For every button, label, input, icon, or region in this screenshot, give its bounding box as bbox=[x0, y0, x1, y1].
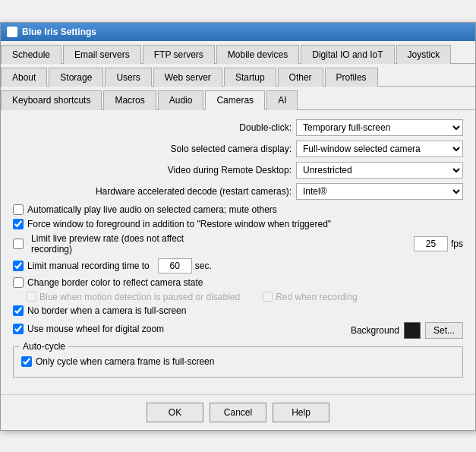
only-cycle-label: Only cycle when camera frame is full-scr… bbox=[36, 356, 214, 367]
double-click-label: Double-click: bbox=[239, 122, 296, 133]
no-border-checkbox[interactable] bbox=[13, 305, 24, 316]
hardware-label: Hardware accelerated decode (restart cam… bbox=[96, 186, 296, 197]
sec-input[interactable] bbox=[158, 258, 192, 273]
tab-about[interactable]: About bbox=[1, 68, 47, 87]
solo-select[interactable]: Full-window selected camera bbox=[296, 141, 463, 157]
double-click-select[interactable]: Temporary full-screen bbox=[296, 119, 463, 136]
bottom-buttons: OK Cancel Help bbox=[1, 394, 475, 430]
red-recording-label: Red when recording bbox=[276, 292, 357, 302]
tab-content: Double-click: Temporary full-screen Solo… bbox=[1, 110, 475, 387]
force-window-row: Force window to foreground in addition t… bbox=[13, 219, 463, 229]
solo-label: Solo selected camera display: bbox=[171, 144, 296, 154]
red-recording-checkbox bbox=[263, 292, 273, 302]
double-click-row: Double-click: Temporary full-screen bbox=[13, 119, 463, 136]
tab-joystick[interactable]: Joystick bbox=[396, 45, 452, 64]
tab-digital-io[interactable]: Digital IO and IoT bbox=[301, 45, 394, 64]
limit-preview-row: Limit live preview rate (does not affect… bbox=[13, 233, 463, 254]
help-button[interactable]: Help bbox=[273, 403, 329, 422]
no-border-row: No border when a camera is full-screen bbox=[13, 305, 463, 316]
tab-storage[interactable]: Storage bbox=[49, 68, 103, 87]
change-border-label: Change border color to reflect camera st… bbox=[27, 277, 203, 288]
tab-keyboard-shortcuts[interactable]: Keyboard shortcuts bbox=[1, 90, 102, 110]
tab-mobile-devices[interactable]: Mobile devices bbox=[216, 45, 299, 64]
mouse-wheel-label: Use mouse wheel for digital zoom bbox=[27, 324, 164, 334]
video-label: Video during Remote Desktop: bbox=[168, 165, 296, 175]
tab-audio[interactable]: Audio bbox=[158, 90, 204, 110]
tab-profiles[interactable]: Profiles bbox=[325, 68, 378, 87]
fps-input[interactable] bbox=[414, 236, 448, 251]
tabs-row-3: Keyboard shortcuts Macros Audio Cameras … bbox=[1, 87, 475, 110]
auto-play-label: Automatically play live audio on selecte… bbox=[27, 204, 277, 215]
limit-manual-label: Limit manual recording time to bbox=[27, 261, 150, 271]
limit-preview-text: Limit live preview rate (does not affect… bbox=[31, 233, 219, 254]
tab-email-servers[interactable]: Email servers bbox=[63, 45, 141, 64]
tab-other[interactable]: Other bbox=[278, 68, 323, 87]
red-recording-span: Red when recording bbox=[263, 292, 357, 302]
solo-control: Full-window selected camera bbox=[296, 141, 463, 157]
ok-button[interactable]: OK bbox=[147, 403, 203, 422]
app-icon bbox=[7, 27, 17, 37]
video-select[interactable]: Unrestricted bbox=[296, 162, 463, 179]
double-click-control: Temporary full-screen bbox=[296, 119, 463, 136]
tab-macros[interactable]: Macros bbox=[103, 90, 156, 110]
force-window-checkbox[interactable] bbox=[13, 219, 24, 229]
auto-play-row: Automatically play live audio on selecte… bbox=[13, 204, 463, 215]
cancel-button[interactable]: Cancel bbox=[210, 403, 266, 422]
set-button[interactable]: Set... bbox=[425, 322, 463, 339]
video-row: Video during Remote Desktop: Unrestricte… bbox=[13, 162, 463, 179]
fps-label: fps bbox=[451, 239, 463, 249]
title-bar: Blue Iris Settings bbox=[1, 23, 475, 41]
blue-motion-span: Blue when motion detection is paused or … bbox=[27, 292, 240, 302]
auto-cycle-legend: Auto-cycle bbox=[20, 341, 68, 352]
video-control: Unrestricted bbox=[296, 162, 463, 179]
settings-window: Blue Iris Settings Schedule Email server… bbox=[0, 22, 476, 431]
mouse-wheel-checkbox[interactable] bbox=[13, 324, 24, 334]
tab-startup[interactable]: Startup bbox=[224, 68, 276, 87]
sec-input-group: sec. bbox=[158, 258, 212, 273]
tab-cameras[interactable]: Cameras bbox=[205, 90, 265, 110]
limit-preview-checkbox[interactable] bbox=[13, 239, 24, 249]
limit-manual-checkbox[interactable] bbox=[13, 261, 24, 271]
force-window-label: Force window to foreground in addition t… bbox=[27, 219, 331, 229]
solo-row: Solo selected camera display: Full-windo… bbox=[13, 141, 463, 157]
auto-play-checkbox[interactable] bbox=[13, 204, 24, 215]
change-border-row: Change border color to reflect camera st… bbox=[13, 277, 463, 288]
tabs-row-1: Schedule Email servers FTP servers Mobil… bbox=[1, 41, 475, 64]
sec-label: sec. bbox=[195, 261, 212, 271]
no-border-label: No border when a camera is full-screen bbox=[27, 305, 186, 316]
fps-input-group: fps bbox=[414, 236, 463, 251]
blue-motion-checkbox bbox=[27, 292, 36, 302]
tab-web-server[interactable]: Web server bbox=[153, 68, 222, 87]
blue-motion-label: Blue when motion detection is paused or … bbox=[39, 292, 240, 302]
hardware-select[interactable]: Intel® bbox=[296, 183, 463, 200]
only-cycle-checkbox[interactable] bbox=[21, 356, 32, 367]
hardware-control: Intel® bbox=[296, 183, 463, 200]
auto-cycle-section: Auto-cycle Only cycle when camera frame … bbox=[13, 346, 463, 378]
tabs-row-2: About Storage Users Web server Startup O… bbox=[1, 64, 475, 87]
tab-users[interactable]: Users bbox=[105, 68, 151, 87]
hardware-row: Hardware accelerated decode (restart cam… bbox=[13, 183, 463, 200]
window-title: Blue Iris Settings bbox=[22, 27, 96, 37]
tab-ftp-servers[interactable]: FTP servers bbox=[143, 45, 215, 64]
background-swatch[interactable] bbox=[404, 322, 421, 339]
background-label: Background bbox=[351, 325, 399, 336]
mouse-wheel-row: Use mouse wheel for digital zoom Backgro… bbox=[13, 320, 463, 339]
background-row: Background Set... bbox=[351, 322, 463, 339]
tab-ai[interactable]: AI bbox=[266, 90, 298, 110]
only-cycle-row: Only cycle when camera frame is full-scr… bbox=[21, 356, 455, 367]
limit-manual-row: Limit manual recording time to sec. bbox=[13, 258, 463, 273]
tab-schedule[interactable]: Schedule bbox=[1, 45, 61, 64]
disabled-checkboxes: Blue when motion detection is paused or … bbox=[27, 292, 463, 302]
change-border-checkbox[interactable] bbox=[13, 277, 24, 288]
